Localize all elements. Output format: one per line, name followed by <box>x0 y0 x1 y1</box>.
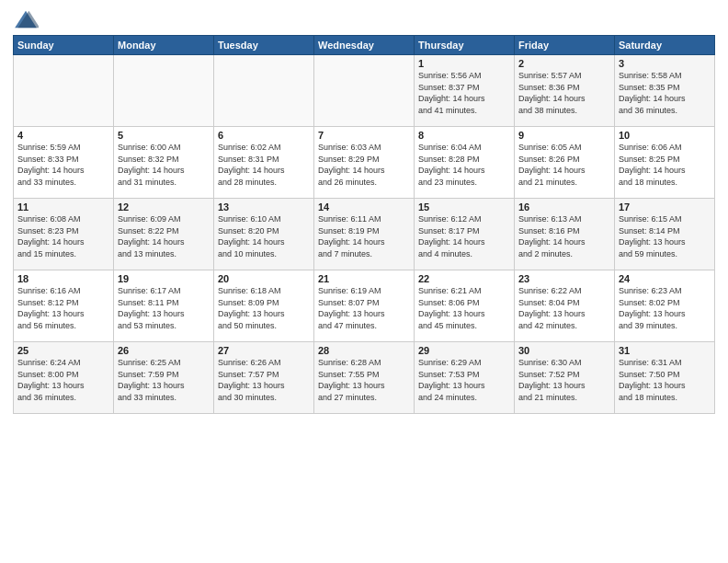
day-number: 4 <box>17 130 109 141</box>
day-info: Sunrise: 6:24 AM Sunset: 8:00 PM Dayligh… <box>17 357 109 403</box>
day-number: 18 <box>17 273 109 284</box>
day-info: Sunrise: 6:31 AM Sunset: 7:50 PM Dayligh… <box>619 357 711 403</box>
day-info: Sunrise: 6:18 AM Sunset: 8:09 PM Dayligh… <box>218 285 310 331</box>
day-number: 16 <box>518 201 610 213</box>
day-number: 7 <box>318 130 410 141</box>
day-info: Sunrise: 5:58 AM Sunset: 8:35 PM Dayligh… <box>619 70 711 116</box>
day-number: 23 <box>518 273 610 284</box>
day-info: Sunrise: 6:22 AM Sunset: 8:04 PM Dayligh… <box>518 285 610 331</box>
day-info: Sunrise: 6:21 AM Sunset: 8:06 PM Dayligh… <box>418 285 510 331</box>
calendar-week-row: 1Sunrise: 5:56 AM Sunset: 8:37 PM Daylig… <box>14 55 715 127</box>
day-info: Sunrise: 6:12 AM Sunset: 8:17 PM Dayligh… <box>418 213 510 259</box>
day-info: Sunrise: 6:30 AM Sunset: 7:52 PM Dayligh… <box>518 357 610 403</box>
day-info: Sunrise: 6:29 AM Sunset: 7:53 PM Dayligh… <box>418 357 510 403</box>
day-info: Sunrise: 6:11 AM Sunset: 8:19 PM Dayligh… <box>318 213 410 259</box>
calendar-cell: 24Sunrise: 6:23 AM Sunset: 8:02 PM Dayli… <box>615 270 715 342</box>
calendar-cell: 21Sunrise: 6:19 AM Sunset: 8:07 PM Dayli… <box>314 270 415 342</box>
calendar-cell: 31Sunrise: 6:31 AM Sunset: 7:50 PM Dayli… <box>615 342 715 414</box>
day-info: Sunrise: 6:19 AM Sunset: 8:07 PM Dayligh… <box>318 285 410 331</box>
day-info: Sunrise: 5:59 AM Sunset: 8:33 PM Dayligh… <box>17 142 109 188</box>
calendar-cell <box>114 55 214 127</box>
weekday-header-tuesday: Tuesday <box>214 36 314 55</box>
day-number: 1 <box>418 58 510 69</box>
calendar-cell: 27Sunrise: 6:26 AM Sunset: 7:57 PM Dayli… <box>214 342 314 414</box>
calendar-cell: 11Sunrise: 6:08 AM Sunset: 8:23 PM Dayli… <box>14 199 114 270</box>
calendar-cell: 25Sunrise: 6:24 AM Sunset: 8:00 PM Dayli… <box>14 342 114 414</box>
day-info: Sunrise: 6:17 AM Sunset: 8:11 PM Dayligh… <box>118 285 210 331</box>
day-number: 5 <box>118 130 210 141</box>
calendar-cell: 30Sunrise: 6:30 AM Sunset: 7:52 PM Dayli… <box>515 342 615 414</box>
day-info: Sunrise: 6:28 AM Sunset: 7:55 PM Dayligh… <box>318 357 410 403</box>
logo <box>13 9 42 29</box>
calendar-table: SundayMondayTuesdayWednesdayThursdayFrid… <box>13 35 715 414</box>
day-number: 26 <box>118 345 210 356</box>
weekday-header-monday: Monday <box>114 36 214 55</box>
calendar-cell: 19Sunrise: 6:17 AM Sunset: 8:11 PM Dayli… <box>114 270 214 342</box>
day-number: 13 <box>218 201 310 213</box>
day-info: Sunrise: 6:15 AM Sunset: 8:14 PM Dayligh… <box>619 213 711 259</box>
calendar-cell: 17Sunrise: 6:15 AM Sunset: 8:14 PM Dayli… <box>615 199 715 270</box>
day-number: 30 <box>518 345 610 356</box>
day-number: 12 <box>118 201 210 213</box>
day-number: 2 <box>518 58 610 69</box>
calendar-cell: 23Sunrise: 6:22 AM Sunset: 8:04 PM Dayli… <box>515 270 615 342</box>
calendar-cell: 13Sunrise: 6:10 AM Sunset: 8:20 PM Dayli… <box>214 199 314 270</box>
day-info: Sunrise: 6:25 AM Sunset: 7:59 PM Dayligh… <box>118 357 210 403</box>
day-info: Sunrise: 5:56 AM Sunset: 8:37 PM Dayligh… <box>418 70 510 116</box>
calendar-cell: 3Sunrise: 5:58 AM Sunset: 8:35 PM Daylig… <box>615 55 715 127</box>
calendar-cell: 6Sunrise: 6:02 AM Sunset: 8:31 PM Daylig… <box>214 127 314 199</box>
calendar-cell <box>314 55 415 127</box>
day-number: 27 <box>218 345 310 356</box>
day-number: 19 <box>118 273 210 284</box>
logo-icon <box>13 9 39 29</box>
day-number: 31 <box>619 345 711 356</box>
header <box>13 9 715 29</box>
calendar-cell: 15Sunrise: 6:12 AM Sunset: 8:17 PM Dayli… <box>415 199 515 270</box>
calendar-cell: 26Sunrise: 6:25 AM Sunset: 7:59 PM Dayli… <box>114 342 214 414</box>
calendar-cell: 22Sunrise: 6:21 AM Sunset: 8:06 PM Dayli… <box>415 270 515 342</box>
day-number: 15 <box>418 201 510 213</box>
day-number: 21 <box>318 273 410 284</box>
weekday-header-sunday: Sunday <box>14 36 114 55</box>
calendar-cell: 29Sunrise: 6:29 AM Sunset: 7:53 PM Dayli… <box>415 342 515 414</box>
calendar-week-row: 11Sunrise: 6:08 AM Sunset: 8:23 PM Dayli… <box>14 199 715 270</box>
calendar-cell: 2Sunrise: 5:57 AM Sunset: 8:36 PM Daylig… <box>515 55 615 127</box>
day-info: Sunrise: 5:57 AM Sunset: 8:36 PM Dayligh… <box>518 70 610 116</box>
day-number: 17 <box>619 201 711 213</box>
calendar-week-row: 4Sunrise: 5:59 AM Sunset: 8:33 PM Daylig… <box>14 127 715 199</box>
calendar-cell: 16Sunrise: 6:13 AM Sunset: 8:16 PM Dayli… <box>515 199 615 270</box>
calendar-cell <box>214 55 314 127</box>
calendar-cell: 28Sunrise: 6:28 AM Sunset: 7:55 PM Dayli… <box>314 342 415 414</box>
day-info: Sunrise: 6:16 AM Sunset: 8:12 PM Dayligh… <box>17 285 109 331</box>
day-number: 11 <box>17 201 109 213</box>
day-info: Sunrise: 6:00 AM Sunset: 8:32 PM Dayligh… <box>118 142 210 188</box>
day-number: 3 <box>619 58 711 69</box>
day-info: Sunrise: 6:10 AM Sunset: 8:20 PM Dayligh… <box>218 213 310 259</box>
weekday-header-wednesday: Wednesday <box>314 36 415 55</box>
calendar-cell: 5Sunrise: 6:00 AM Sunset: 8:32 PM Daylig… <box>114 127 214 199</box>
day-number: 22 <box>418 273 510 284</box>
day-info: Sunrise: 6:05 AM Sunset: 8:26 PM Dayligh… <box>518 142 610 188</box>
calendar-cell: 7Sunrise: 6:03 AM Sunset: 8:29 PM Daylig… <box>314 127 415 199</box>
day-info: Sunrise: 6:26 AM Sunset: 7:57 PM Dayligh… <box>218 357 310 403</box>
day-info: Sunrise: 6:02 AM Sunset: 8:31 PM Dayligh… <box>218 142 310 188</box>
day-info: Sunrise: 6:04 AM Sunset: 8:28 PM Dayligh… <box>418 142 510 188</box>
day-number: 6 <box>218 130 310 141</box>
calendar-cell: 4Sunrise: 5:59 AM Sunset: 8:33 PM Daylig… <box>14 127 114 199</box>
day-number: 8 <box>418 130 510 141</box>
weekday-header-row: SundayMondayTuesdayWednesdayThursdayFrid… <box>14 36 715 55</box>
day-info: Sunrise: 6:08 AM Sunset: 8:23 PM Dayligh… <box>17 213 109 259</box>
calendar-cell: 14Sunrise: 6:11 AM Sunset: 8:19 PM Dayli… <box>314 199 415 270</box>
calendar-week-row: 25Sunrise: 6:24 AM Sunset: 8:00 PM Dayli… <box>14 342 715 414</box>
calendar-cell: 10Sunrise: 6:06 AM Sunset: 8:25 PM Dayli… <box>615 127 715 199</box>
weekday-header-thursday: Thursday <box>415 36 515 55</box>
day-number: 25 <box>17 345 109 356</box>
calendar-cell: 1Sunrise: 5:56 AM Sunset: 8:37 PM Daylig… <box>415 55 515 127</box>
weekday-header-saturday: Saturday <box>615 36 715 55</box>
day-number: 9 <box>518 130 610 141</box>
calendar-week-row: 18Sunrise: 6:16 AM Sunset: 8:12 PM Dayli… <box>14 270 715 342</box>
weekday-header-friday: Friday <box>515 36 615 55</box>
calendar-cell: 8Sunrise: 6:04 AM Sunset: 8:28 PM Daylig… <box>415 127 515 199</box>
day-info: Sunrise: 6:06 AM Sunset: 8:25 PM Dayligh… <box>619 142 711 188</box>
calendar-cell <box>14 55 114 127</box>
